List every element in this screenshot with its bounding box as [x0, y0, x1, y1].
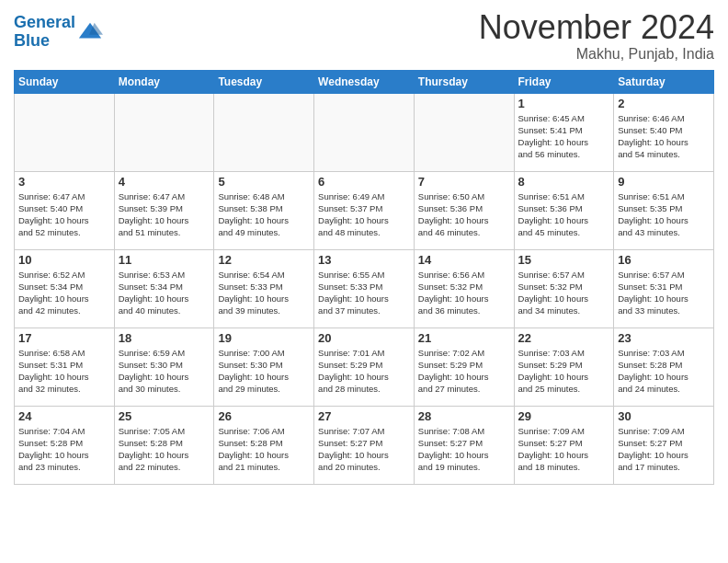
- day-number: 14: [418, 253, 510, 267]
- calendar-cell: 16Sunrise: 6:57 AMSunset: 5:31 PMDayligh…: [614, 249, 714, 327]
- day-number: 21: [418, 331, 510, 345]
- weekday-header-tuesday: Tuesday: [214, 70, 314, 93]
- calendar-cell: 3Sunrise: 6:47 AMSunset: 5:40 PMDaylight…: [15, 171, 115, 249]
- calendar-cell: 12Sunrise: 6:54 AMSunset: 5:33 PMDayligh…: [214, 249, 314, 327]
- week-row-3: 10Sunrise: 6:52 AMSunset: 5:34 PMDayligh…: [15, 249, 714, 327]
- day-info: Sunrise: 6:57 AMSunset: 5:32 PMDaylight:…: [518, 269, 610, 317]
- calendar-cell: 19Sunrise: 7:00 AMSunset: 5:30 PMDayligh…: [214, 327, 314, 406]
- calendar-table: SundayMondayTuesdayWednesdayThursdayFrid…: [14, 70, 714, 485]
- day-number: 12: [218, 253, 310, 267]
- weekday-header-sunday: Sunday: [15, 70, 115, 93]
- calendar-cell: 24Sunrise: 7:04 AMSunset: 5:28 PMDayligh…: [15, 406, 115, 484]
- calendar-cell: 29Sunrise: 7:09 AMSunset: 5:27 PMDayligh…: [514, 406, 614, 484]
- day-number: 28: [418, 409, 510, 423]
- day-info: Sunrise: 6:57 AMSunset: 5:31 PMDaylight:…: [618, 269, 710, 317]
- day-info: Sunrise: 7:04 AMSunset: 5:28 PMDaylight:…: [18, 425, 110, 474]
- week-row-1: 1Sunrise: 6:45 AMSunset: 5:41 PMDaylight…: [15, 93, 714, 171]
- logo-icon: [77, 19, 103, 45]
- day-number: 6: [318, 175, 410, 189]
- calendar-cell: 21Sunrise: 7:02 AMSunset: 5:29 PMDayligh…: [414, 327, 514, 406]
- day-info: Sunrise: 6:58 AMSunset: 5:31 PMDaylight:…: [18, 347, 110, 396]
- page: General Blue November 2024 Makhu, Punjab…: [0, 0, 728, 499]
- calendar-cell: 18Sunrise: 6:59 AMSunset: 5:30 PMDayligh…: [114, 327, 214, 406]
- day-info: Sunrise: 6:59 AMSunset: 5:30 PMDaylight:…: [119, 347, 210, 396]
- logo: General Blue: [14, 14, 103, 51]
- calendar-cell: 10Sunrise: 6:52 AMSunset: 5:34 PMDayligh…: [15, 249, 115, 327]
- day-info: Sunrise: 6:55 AMSunset: 5:33 PMDaylight:…: [318, 269, 410, 317]
- day-number: 1: [518, 97, 610, 110]
- calendar-cell: 28Sunrise: 7:08 AMSunset: 5:27 PMDayligh…: [414, 406, 514, 484]
- day-info: Sunrise: 7:03 AMSunset: 5:28 PMDaylight:…: [618, 347, 710, 396]
- calendar-cell: 11Sunrise: 6:53 AMSunset: 5:34 PMDayligh…: [114, 249, 214, 327]
- day-info: Sunrise: 6:50 AMSunset: 5:36 PMDaylight:…: [418, 190, 510, 239]
- day-number: 30: [618, 409, 710, 423]
- week-row-4: 17Sunrise: 6:58 AMSunset: 5:31 PMDayligh…: [15, 327, 714, 406]
- location: Makhu, Punjab, India: [479, 46, 714, 63]
- day-info: Sunrise: 6:49 AMSunset: 5:37 PMDaylight:…: [318, 190, 410, 239]
- day-info: Sunrise: 7:06 AMSunset: 5:28 PMDaylight:…: [218, 425, 310, 474]
- calendar-cell: [414, 93, 514, 171]
- day-info: Sunrise: 6:54 AMSunset: 5:33 PMDaylight:…: [218, 269, 310, 317]
- day-info: Sunrise: 6:51 AMSunset: 5:35 PMDaylight:…: [618, 190, 710, 239]
- day-number: 24: [18, 409, 110, 423]
- day-number: 8: [518, 175, 610, 189]
- day-info: Sunrise: 6:51 AMSunset: 5:36 PMDaylight:…: [518, 190, 610, 239]
- calendar-cell: 23Sunrise: 7:03 AMSunset: 5:28 PMDayligh…: [614, 327, 714, 406]
- day-info: Sunrise: 7:02 AMSunset: 5:29 PMDaylight:…: [418, 347, 510, 396]
- day-number: 7: [418, 175, 510, 189]
- calendar-cell: [214, 93, 314, 171]
- calendar-cell: 27Sunrise: 7:07 AMSunset: 5:27 PMDayligh…: [314, 406, 415, 484]
- calendar-cell: 20Sunrise: 7:01 AMSunset: 5:29 PMDayligh…: [314, 327, 415, 406]
- calendar-cell: 5Sunrise: 6:48 AMSunset: 5:38 PMDaylight…: [214, 171, 314, 249]
- calendar-cell: 17Sunrise: 6:58 AMSunset: 5:31 PMDayligh…: [15, 327, 115, 406]
- calendar-cell: 6Sunrise: 6:49 AMSunset: 5:37 PMDaylight…: [314, 171, 415, 249]
- calendar-cell: 4Sunrise: 6:47 AMSunset: 5:39 PMDaylight…: [114, 171, 214, 249]
- calendar-cell: [314, 93, 415, 171]
- day-info: Sunrise: 6:56 AMSunset: 5:32 PMDaylight:…: [418, 269, 510, 317]
- day-number: 9: [618, 175, 710, 189]
- calendar-cell: [114, 93, 214, 171]
- calendar-cell: 2Sunrise: 6:46 AMSunset: 5:40 PMDaylight…: [614, 93, 714, 171]
- day-number: 5: [218, 175, 310, 189]
- calendar-cell: 15Sunrise: 6:57 AMSunset: 5:32 PMDayligh…: [514, 249, 614, 327]
- day-info: Sunrise: 6:52 AMSunset: 5:34 PMDaylight:…: [18, 269, 110, 317]
- day-info: Sunrise: 7:01 AMSunset: 5:29 PMDaylight:…: [318, 347, 410, 396]
- day-number: 29: [518, 409, 610, 423]
- day-number: 16: [618, 253, 710, 267]
- calendar-cell: 25Sunrise: 7:05 AMSunset: 5:28 PMDayligh…: [114, 406, 214, 484]
- header: General Blue November 2024 Makhu, Punjab…: [14, 9, 714, 63]
- logo-general: General: [14, 13, 75, 31]
- day-info: Sunrise: 7:08 AMSunset: 5:27 PMDaylight:…: [418, 425, 510, 474]
- weekday-header-thursday: Thursday: [414, 70, 514, 93]
- day-info: Sunrise: 7:07 AMSunset: 5:27 PMDaylight:…: [318, 425, 410, 474]
- day-number: 18: [119, 331, 210, 345]
- day-number: 2: [618, 97, 710, 110]
- calendar-cell: 30Sunrise: 7:09 AMSunset: 5:27 PMDayligh…: [614, 406, 714, 484]
- day-number: 20: [318, 331, 410, 345]
- day-info: Sunrise: 6:45 AMSunset: 5:41 PMDaylight:…: [518, 112, 610, 161]
- day-number: 11: [119, 253, 210, 267]
- day-number: 23: [618, 331, 710, 345]
- calendar-cell: 8Sunrise: 6:51 AMSunset: 5:36 PMDaylight…: [514, 171, 614, 249]
- day-number: 10: [18, 253, 110, 267]
- month-title: November 2024: [479, 9, 714, 46]
- day-number: 3: [18, 175, 110, 189]
- day-number: 22: [518, 331, 610, 345]
- calendar-cell: [15, 93, 115, 171]
- calendar-cell: 22Sunrise: 7:03 AMSunset: 5:29 PMDayligh…: [514, 327, 614, 406]
- day-info: Sunrise: 7:09 AMSunset: 5:27 PMDaylight:…: [618, 425, 710, 474]
- day-info: Sunrise: 6:47 AMSunset: 5:39 PMDaylight:…: [119, 190, 210, 239]
- weekday-header-row: SundayMondayTuesdayWednesdayThursdayFrid…: [15, 70, 714, 93]
- day-number: 17: [18, 331, 110, 345]
- day-info: Sunrise: 7:05 AMSunset: 5:28 PMDaylight:…: [119, 425, 210, 474]
- weekday-header-wednesday: Wednesday: [314, 70, 415, 93]
- logo-text: General Blue: [14, 14, 75, 51]
- day-info: Sunrise: 6:48 AMSunset: 5:38 PMDaylight:…: [218, 190, 310, 239]
- calendar-cell: 14Sunrise: 6:56 AMSunset: 5:32 PMDayligh…: [414, 249, 514, 327]
- week-row-5: 24Sunrise: 7:04 AMSunset: 5:28 PMDayligh…: [15, 406, 714, 484]
- day-number: 13: [318, 253, 410, 267]
- weekday-header-monday: Monday: [114, 70, 214, 93]
- day-number: 27: [318, 409, 410, 423]
- calendar-cell: 9Sunrise: 6:51 AMSunset: 5:35 PMDaylight…: [614, 171, 714, 249]
- day-info: Sunrise: 6:53 AMSunset: 5:34 PMDaylight:…: [119, 269, 210, 317]
